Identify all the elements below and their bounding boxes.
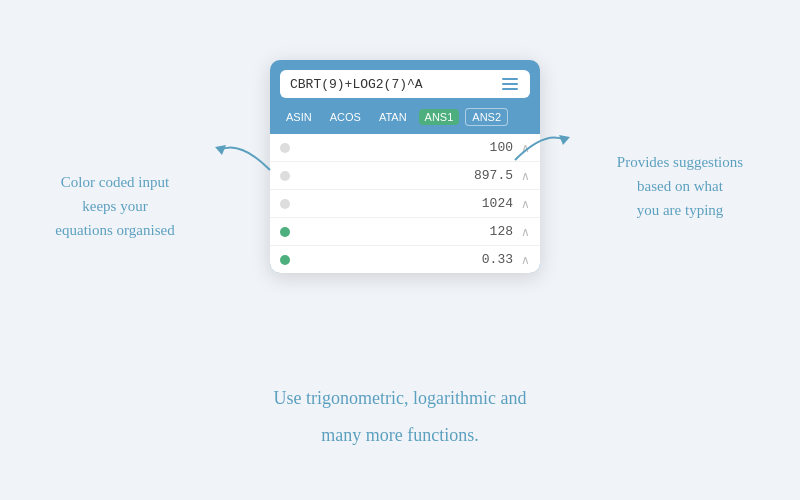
annotation-left-line3: equations organised (20, 218, 210, 242)
expression-input[interactable] (290, 77, 500, 92)
result-row: 128 ∧ (270, 218, 540, 246)
status-dot-active (280, 227, 290, 237)
tab-atan[interactable]: ATAN (373, 109, 413, 125)
calculator-widget: ASIN ACOS ATAN ANS1 ANS2 100 ∧ 897.5 ∧ 1… (270, 60, 540, 273)
result-row: 1024 ∧ (270, 190, 540, 218)
status-dot (280, 143, 290, 153)
bottom-line2: many more functions. (321, 425, 478, 445)
arrow-left-icon (200, 120, 280, 180)
annotation-left-line2: keeps your (20, 194, 210, 218)
result-value: 897.5 (298, 168, 513, 183)
annotation-right: Provides suggestions based on what you a… (580, 150, 780, 222)
result-value: 1024 (298, 196, 513, 211)
expand-icon[interactable]: ∧ (521, 197, 530, 211)
annotation-right-line3: you are typing (580, 198, 780, 222)
status-dot (280, 199, 290, 209)
bottom-line1: Use trigonometric, logarithmic and (274, 388, 527, 408)
svg-marker-1 (559, 135, 570, 145)
arrow-right-icon (505, 110, 585, 170)
svg-marker-0 (215, 145, 226, 155)
tab-ans1[interactable]: ANS1 (419, 109, 460, 125)
result-value: 0.33 (298, 252, 513, 267)
result-row: 100 ∧ (270, 134, 540, 162)
expand-icon[interactable]: ∧ (521, 169, 530, 183)
result-row: 0.33 ∧ (270, 246, 540, 273)
tab-row: ASIN ACOS ATAN ANS1 ANS2 (270, 108, 540, 134)
search-bar (280, 70, 530, 98)
status-dot (280, 171, 290, 181)
tab-acos[interactable]: ACOS (324, 109, 367, 125)
annotation-right-line1: Provides suggestions (580, 150, 780, 174)
expand-icon[interactable]: ∧ (521, 253, 530, 267)
menu-button[interactable] (500, 76, 520, 92)
annotation-right-line2: based on what (580, 174, 780, 198)
result-row: 897.5 ∧ (270, 162, 540, 190)
bottom-text: Use trigonometric, logarithmic and many … (0, 384, 800, 450)
status-dot-active (280, 255, 290, 265)
tab-asin[interactable]: ASIN (280, 109, 318, 125)
result-value: 128 (298, 224, 513, 239)
annotation-left: Color coded input keeps your equations o… (20, 170, 210, 242)
annotation-left-line1: Color coded input (20, 170, 210, 194)
expand-icon[interactable]: ∧ (521, 225, 530, 239)
tab-ans2[interactable]: ANS2 (465, 108, 508, 126)
results-list: 100 ∧ 897.5 ∧ 1024 ∧ 128 ∧ 0.33 ∧ (270, 134, 540, 273)
result-value: 100 (298, 140, 513, 155)
